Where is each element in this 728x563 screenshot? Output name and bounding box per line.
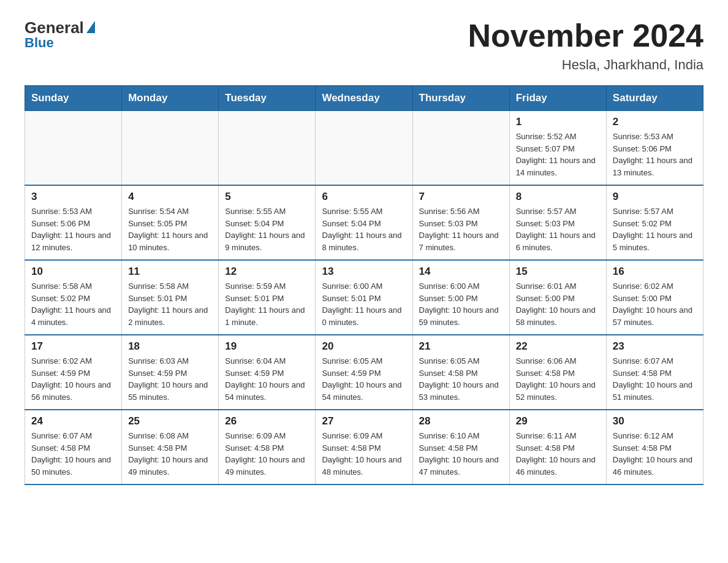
calendar-cell: 25Sunrise: 6:08 AMSunset: 4:58 PMDayligh… xyxy=(122,410,219,484)
day-number: 8 xyxy=(516,191,600,203)
day-info: Sunrise: 6:05 AMSunset: 4:58 PMDaylight:… xyxy=(419,355,503,403)
calendar-cell: 12Sunrise: 5:59 AMSunset: 5:01 PMDayligh… xyxy=(219,260,316,335)
day-info: Sunrise: 6:05 AMSunset: 4:59 PMDaylight:… xyxy=(322,355,406,403)
calendar-cell: 28Sunrise: 6:10 AMSunset: 4:58 PMDayligh… xyxy=(412,410,509,484)
weekday-header-friday: Friday xyxy=(509,86,606,111)
calendar-cell: 8Sunrise: 5:57 AMSunset: 5:03 PMDaylight… xyxy=(509,185,606,260)
day-info: Sunrise: 6:06 AMSunset: 4:58 PMDaylight:… xyxy=(516,355,600,403)
day-number: 15 xyxy=(516,266,600,278)
day-info: Sunrise: 5:57 AMSunset: 5:03 PMDaylight:… xyxy=(516,205,600,253)
weekday-header-thursday: Thursday xyxy=(412,86,509,111)
calendar-cell: 1Sunrise: 5:52 AMSunset: 5:07 PMDaylight… xyxy=(509,111,606,186)
calendar-cell: 16Sunrise: 6:02 AMSunset: 5:00 PMDayligh… xyxy=(606,260,703,335)
location-title: Hesla, Jharkhand, India xyxy=(468,57,703,73)
calendar-cell xyxy=(25,111,122,186)
day-info: Sunrise: 6:02 AMSunset: 5:00 PMDaylight:… xyxy=(613,280,697,328)
calendar-cell: 26Sunrise: 6:09 AMSunset: 4:58 PMDayligh… xyxy=(219,410,316,484)
month-title: November 2024 xyxy=(468,18,703,53)
day-info: Sunrise: 5:58 AMSunset: 5:02 PMDaylight:… xyxy=(31,280,115,328)
day-info: Sunrise: 5:53 AMSunset: 5:06 PMDaylight:… xyxy=(31,205,115,253)
day-number: 4 xyxy=(128,191,212,203)
title-area: November 2024 Hesla, Jharkhand, India xyxy=(468,18,703,73)
day-number: 26 xyxy=(225,415,309,427)
logo: General Blue xyxy=(25,18,95,51)
day-number: 29 xyxy=(516,415,600,427)
day-info: Sunrise: 6:04 AMSunset: 4:59 PMDaylight:… xyxy=(225,355,309,403)
calendar-week-row: 1Sunrise: 5:52 AMSunset: 5:07 PMDaylight… xyxy=(25,111,703,186)
day-number: 18 xyxy=(128,340,212,353)
day-info: Sunrise: 5:55 AMSunset: 5:04 PMDaylight:… xyxy=(322,205,406,253)
day-info: Sunrise: 5:53 AMSunset: 5:06 PMDaylight:… xyxy=(613,131,697,178)
day-number: 28 xyxy=(419,415,503,427)
calendar-week-row: 10Sunrise: 5:58 AMSunset: 5:02 PMDayligh… xyxy=(25,260,703,335)
day-number: 24 xyxy=(31,415,115,427)
calendar-cell: 18Sunrise: 6:03 AMSunset: 4:59 PMDayligh… xyxy=(122,335,219,410)
weekday-header-wednesday: Wednesday xyxy=(316,86,412,111)
calendar-cell xyxy=(122,111,219,186)
calendar-cell: 11Sunrise: 5:58 AMSunset: 5:01 PMDayligh… xyxy=(122,260,219,335)
day-info: Sunrise: 6:12 AMSunset: 4:58 PMDaylight:… xyxy=(613,430,697,478)
day-number: 27 xyxy=(322,415,406,427)
day-number: 11 xyxy=(128,266,212,278)
calendar-cell: 15Sunrise: 6:01 AMSunset: 5:00 PMDayligh… xyxy=(509,260,606,335)
day-info: Sunrise: 5:54 AMSunset: 5:05 PMDaylight:… xyxy=(128,205,212,253)
calendar-week-row: 24Sunrise: 6:07 AMSunset: 4:58 PMDayligh… xyxy=(25,410,703,484)
day-number: 5 xyxy=(225,191,309,203)
weekday-header-tuesday: Tuesday xyxy=(219,86,316,111)
day-info: Sunrise: 5:55 AMSunset: 5:04 PMDaylight:… xyxy=(225,205,309,253)
calendar-cell: 27Sunrise: 6:09 AMSunset: 4:58 PMDayligh… xyxy=(316,410,412,484)
calendar-cell xyxy=(316,111,412,186)
day-info: Sunrise: 5:56 AMSunset: 5:03 PMDaylight:… xyxy=(419,205,503,253)
day-number: 2 xyxy=(613,116,697,128)
day-number: 13 xyxy=(322,266,406,278)
day-info: Sunrise: 6:00 AMSunset: 5:00 PMDaylight:… xyxy=(419,280,503,328)
day-info: Sunrise: 6:01 AMSunset: 5:00 PMDaylight:… xyxy=(516,280,600,328)
calendar-cell: 23Sunrise: 6:07 AMSunset: 4:58 PMDayligh… xyxy=(606,335,703,410)
calendar-cell: 14Sunrise: 6:00 AMSunset: 5:00 PMDayligh… xyxy=(412,260,509,335)
calendar-cell: 6Sunrise: 5:55 AMSunset: 5:04 PMDaylight… xyxy=(316,185,412,260)
weekday-header-sunday: Sunday xyxy=(25,86,122,111)
calendar-cell: 20Sunrise: 6:05 AMSunset: 4:59 PMDayligh… xyxy=(316,335,412,410)
calendar-cell: 4Sunrise: 5:54 AMSunset: 5:05 PMDaylight… xyxy=(122,185,219,260)
day-info: Sunrise: 6:09 AMSunset: 4:58 PMDaylight:… xyxy=(225,430,309,478)
day-info: Sunrise: 6:07 AMSunset: 4:58 PMDaylight:… xyxy=(31,430,115,478)
calendar-cell: 3Sunrise: 5:53 AMSunset: 5:06 PMDaylight… xyxy=(25,185,122,260)
weekday-header-saturday: Saturday xyxy=(606,86,703,111)
day-info: Sunrise: 6:10 AMSunset: 4:58 PMDaylight:… xyxy=(419,430,503,478)
day-number: 1 xyxy=(516,116,600,128)
calendar-header-row: SundayMondayTuesdayWednesdayThursdayFrid… xyxy=(25,86,703,111)
day-number: 25 xyxy=(128,415,212,427)
calendar-cell: 21Sunrise: 6:05 AMSunset: 4:58 PMDayligh… xyxy=(412,335,509,410)
calendar-week-row: 17Sunrise: 6:02 AMSunset: 4:59 PMDayligh… xyxy=(25,335,703,410)
calendar-week-row: 3Sunrise: 5:53 AMSunset: 5:06 PMDaylight… xyxy=(25,185,703,260)
calendar-cell: 9Sunrise: 5:57 AMSunset: 5:02 PMDaylight… xyxy=(606,185,703,260)
day-info: Sunrise: 6:09 AMSunset: 4:58 PMDaylight:… xyxy=(322,430,406,478)
day-number: 12 xyxy=(225,266,309,278)
day-number: 10 xyxy=(31,266,115,278)
day-number: 21 xyxy=(419,340,503,353)
day-info: Sunrise: 6:08 AMSunset: 4:58 PMDaylight:… xyxy=(128,430,212,478)
calendar-cell: 29Sunrise: 6:11 AMSunset: 4:58 PMDayligh… xyxy=(509,410,606,484)
calendar-cell: 24Sunrise: 6:07 AMSunset: 4:58 PMDayligh… xyxy=(25,410,122,484)
calendar-table: SundayMondayTuesdayWednesdayThursdayFrid… xyxy=(25,85,703,485)
day-number: 7 xyxy=(419,191,503,203)
calendar-cell: 19Sunrise: 6:04 AMSunset: 4:59 PMDayligh… xyxy=(219,335,316,410)
day-info: Sunrise: 6:11 AMSunset: 4:58 PMDaylight:… xyxy=(516,430,600,478)
day-number: 3 xyxy=(31,191,115,203)
day-number: 14 xyxy=(419,266,503,278)
day-info: Sunrise: 6:02 AMSunset: 4:59 PMDaylight:… xyxy=(31,355,115,403)
day-info: Sunrise: 5:52 AMSunset: 5:07 PMDaylight:… xyxy=(516,131,600,178)
calendar-cell: 2Sunrise: 5:53 AMSunset: 5:06 PMDaylight… xyxy=(606,111,703,186)
day-number: 17 xyxy=(31,340,115,353)
day-info: Sunrise: 6:00 AMSunset: 5:01 PMDaylight:… xyxy=(322,280,406,328)
calendar-cell: 10Sunrise: 5:58 AMSunset: 5:02 PMDayligh… xyxy=(25,260,122,335)
calendar-cell xyxy=(219,111,316,186)
day-info: Sunrise: 6:07 AMSunset: 4:58 PMDaylight:… xyxy=(613,355,697,403)
calendar-cell xyxy=(412,111,509,186)
day-number: 20 xyxy=(322,340,406,353)
day-info: Sunrise: 6:03 AMSunset: 4:59 PMDaylight:… xyxy=(128,355,212,403)
calendar-cell: 5Sunrise: 5:55 AMSunset: 5:04 PMDaylight… xyxy=(219,185,316,260)
calendar-cell: 13Sunrise: 6:00 AMSunset: 5:01 PMDayligh… xyxy=(316,260,412,335)
day-info: Sunrise: 5:58 AMSunset: 5:01 PMDaylight:… xyxy=(128,280,212,328)
calendar-cell: 7Sunrise: 5:56 AMSunset: 5:03 PMDaylight… xyxy=(412,185,509,260)
